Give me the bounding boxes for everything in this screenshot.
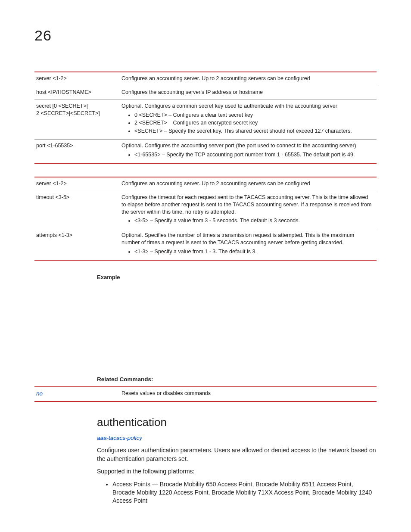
table-row: server <1-2> Configures an accounting se… — [34, 72, 377, 86]
related-commands-table: no Resets values or disables commands — [34, 386, 377, 402]
platform-list: Access Points — Brocade Mobility 650 Acc… — [105, 480, 377, 505]
param-cell: no — [34, 387, 121, 401]
param-cell: secret [0 <SECRET>| 2 <SECRET>|<SECRET>] — [34, 100, 121, 140]
desc-cell: Configures an accounting server. Up to 2… — [121, 177, 377, 191]
param-cell: server <1-2> — [34, 72, 121, 86]
table-row: secret [0 <SECRET>| 2 <SECRET>|<SECRET>]… — [34, 100, 377, 140]
bullet-list: <1-3> – Specify a value from 1 - 3. The … — [124, 248, 373, 255]
bullet-list: 0 <SECRET> – Configures a clear text sec… — [124, 112, 373, 135]
parameter-table-2: server <1-2> Configures an accounting se… — [34, 177, 377, 261]
table-row: timeout <3-5> Configures the timeout for… — [34, 191, 377, 229]
desc-text: Optional. Specifies the number of times … — [121, 232, 354, 246]
bullet-item: <SECRET> – Specify the secret key. This … — [134, 128, 373, 135]
related-link[interactable]: no — [36, 390, 43, 397]
param-cell: server <1-2> — [34, 177, 121, 191]
breadcrumb-link[interactable]: aaa-tacacs-policy — [97, 434, 377, 442]
desc-cell: Configures the accounting server's IP ad… — [121, 86, 377, 100]
bullet-item: <1-3> – Specify a value from 1 - 3. The … — [134, 248, 373, 255]
parameter-table-1: server <1-2> Configures an accounting se… — [34, 72, 377, 164]
param-cell: host <IP/HOSTNAME> — [34, 86, 121, 100]
desc-cell: Optional. Configures a common secret key… — [121, 100, 377, 140]
param-cell: port <1-65535> — [34, 140, 121, 163]
bullet-item: <1-65535> – Specify the TCP accounting p… — [134, 151, 373, 159]
bullet-item: 2 <SECRET> – Configures an encrypted sec… — [134, 119, 373, 127]
bullet-list: <1-65535> – Specify the TCP accounting p… — [124, 151, 373, 159]
param-cell: timeout <3-5> — [34, 191, 121, 229]
desc-cell: Resets values or disables commands — [121, 387, 377, 401]
desc-cell: Configures the timeout for each request … — [121, 191, 377, 229]
related-commands-label: Related Commands: — [97, 376, 377, 383]
desc-cell: Optional. Configures the accounting serv… — [121, 140, 377, 163]
desc-text: Optional. Configures the accounting serv… — [121, 143, 356, 149]
bullet-item: 0 <SECRET> – Configures a clear text sec… — [134, 112, 373, 119]
table-row: host <IP/HOSTNAME> Configures the accoun… — [34, 86, 377, 100]
param-cell: attempts <1-3> — [34, 229, 121, 260]
desc-cell: Optional. Specifies the number of times … — [121, 229, 377, 260]
platform-item: Access Points — Brocade Mobility 650 Acc… — [112, 480, 377, 505]
table-row: no Resets values or disables commands — [34, 387, 377, 401]
table-row: attempts <1-3> Optional. Specifies the n… — [34, 229, 377, 260]
section-heading: authentication — [97, 415, 377, 430]
desc-cell: Configures an accounting server. Up to 2… — [121, 72, 377, 86]
desc-text: Optional. Configures a common secret key… — [121, 103, 337, 109]
desc-text: Configures the timeout for each request … — [121, 194, 371, 215]
table-row: port <1-65535> Optional. Configures the … — [34, 140, 377, 163]
section-paragraph: Configures user authentication parameter… — [97, 446, 377, 463]
section-paragraph: Supported in the following platforms: — [97, 467, 377, 476]
example-label: Example — [97, 274, 377, 281]
bullet-item: <3-5> – Specify a value from 3 - 5 secon… — [134, 217, 373, 224]
bullet-list: <3-5> – Specify a value from 3 - 5 secon… — [124, 217, 373, 224]
table-row: server <1-2> Configures an accounting se… — [34, 177, 377, 191]
chapter-number: 26 — [34, 26, 377, 46]
